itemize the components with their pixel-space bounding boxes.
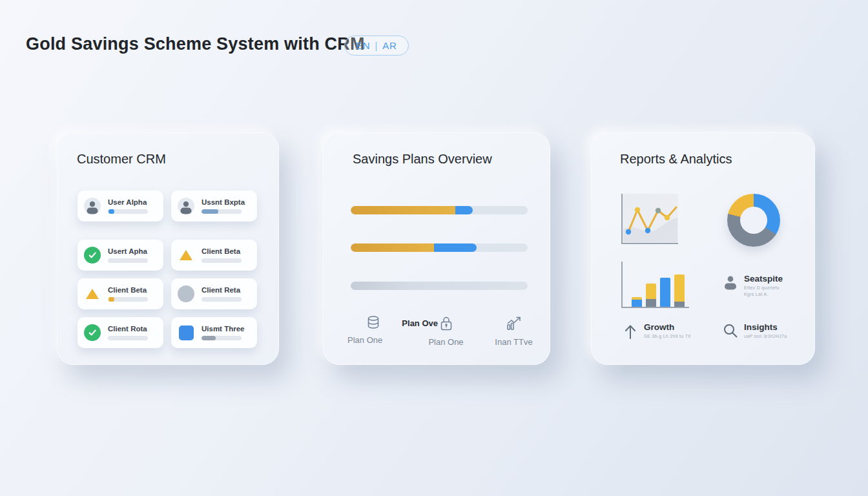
page-title: Gold Savings Scheme System with CRM — [26, 34, 365, 54]
plan-progress-bar-3 — [351, 282, 528, 290]
mini-progress — [108, 209, 148, 214]
crm-tile-label: Client Beta — [202, 247, 242, 255]
crm-tile[interactable]: Ussnt Bxpta — [171, 191, 257, 222]
crm-card-title: Customer CRM — [77, 152, 166, 167]
mini-progress — [108, 336, 148, 340]
insights-subtext: uaP son 3r3rUHJ7a — [744, 334, 787, 338]
bar-chart-bar — [660, 278, 670, 307]
circle-icon — [178, 285, 194, 302]
crm-tile[interactable]: Client Beta — [78, 278, 163, 309]
line-chart — [621, 194, 678, 244]
savings-plans-card: Savings Plans Overview Plan Ove Plan One… — [323, 132, 550, 365]
crm-tile-label: Client Beta — [108, 286, 148, 294]
reports-card-title: Reports & Analytics — [620, 152, 732, 167]
savings-card-title: Savings Plans Overview — [353, 152, 492, 167]
crm-tile-label: Ussnt Bxpta — [202, 198, 245, 206]
customer-crm-card: Customer CRM User AlphaUssnt BxptaUsert … — [57, 132, 279, 365]
plan-three-caption: Inan TTve — [480, 337, 548, 347]
mini-progress — [108, 258, 148, 263]
plan-two-caption: Plan One — [412, 337, 480, 347]
profile-title: Seatspite — [744, 274, 783, 284]
lock-icon — [439, 315, 454, 332]
growth-subtext: SE 36-g Lh 2h9 tu 7X — [644, 334, 691, 338]
crm-tile-label: Client Rota — [108, 325, 148, 333]
blue-progress-segment — [455, 206, 473, 214]
crm-tile-label: User Alpha — [108, 198, 148, 206]
check-icon — [84, 324, 101, 341]
trend-up-icon — [506, 315, 522, 332]
lang-ar[interactable]: AR — [382, 40, 397, 51]
language-toggle[interactable]: EN | AR — [344, 36, 409, 56]
report-item-insights[interactable]: Insights uaP son 3r3rUHJ7a — [722, 322, 812, 348]
profile-subtext-1: Ettec D quzriefu — [744, 285, 783, 290]
warning-triangle-icon — [86, 289, 99, 299]
arrow-up-icon — [622, 322, 639, 340]
crm-tile-label: Uismt Three — [202, 325, 244, 333]
bar-chart-bar — [646, 284, 656, 307]
person-icon — [722, 274, 739, 291]
crm-tile[interactable]: Usert Apha — [78, 240, 163, 271]
bar-chart — [621, 262, 689, 308]
report-item-growth[interactable]: Growth SE 36-g Lh 2h9 tu 7X — [622, 322, 712, 348]
growth-title: Growth — [644, 322, 691, 332]
crm-tile[interactable]: User Alpha — [78, 191, 163, 222]
avatar-icon — [84, 198, 101, 214]
donut-chart — [727, 194, 780, 247]
reports-analytics-card: Reports & Analytics Seatspite Ettec D qu… — [591, 132, 815, 365]
mini-progress — [202, 297, 242, 302]
crm-tile[interactable]: Client Rota — [78, 317, 163, 348]
coins-icon — [366, 315, 380, 331]
plan-progress-bar-1 — [351, 206, 528, 214]
crm-tile-grid: User AlphaUssnt BxptaUsert AphaClient Be… — [78, 191, 258, 349]
mini-progress — [202, 209, 242, 214]
donut-hole — [740, 207, 767, 234]
bar-chart-bar — [674, 274, 685, 307]
plan-item-two[interactable]: Plan One — [412, 315, 480, 347]
mini-progress — [202, 336, 242, 340]
square-icon — [179, 326, 194, 340]
lang-en[interactable]: EN — [356, 40, 370, 51]
crm-tile-label: Usert Apha — [108, 247, 148, 255]
gold-progress-segment — [351, 206, 455, 214]
avatar-icon — [178, 198, 194, 214]
crm-tile[interactable]: Client Beta — [171, 240, 257, 271]
mini-progress — [202, 258, 242, 263]
crm-tile-label: Client Reta — [202, 286, 242, 294]
plan-item-three[interactable]: Inan TTve — [480, 315, 548, 347]
gold-progress-segment — [351, 243, 434, 252]
profile-subtext-2: Kgrs Lat A. — [744, 292, 783, 296]
check-icon — [84, 247, 101, 264]
lang-separator: | — [375, 40, 378, 51]
blue-progress-segment — [434, 243, 477, 252]
warning-triangle-icon — [180, 250, 192, 260]
magnifier-icon — [722, 322, 739, 339]
insights-title: Insights — [744, 322, 787, 332]
bar-chart-bar — [632, 297, 642, 307]
plan-progress-bar-2 — [351, 243, 528, 252]
mini-progress — [108, 297, 148, 302]
report-item-profile[interactable]: Seatspite Ettec D quzriefu Kgrs Lat A. — [722, 274, 806, 303]
crm-tile[interactable]: Uismt Three — [171, 317, 257, 348]
crm-tile[interactable]: Client Reta — [171, 278, 257, 309]
